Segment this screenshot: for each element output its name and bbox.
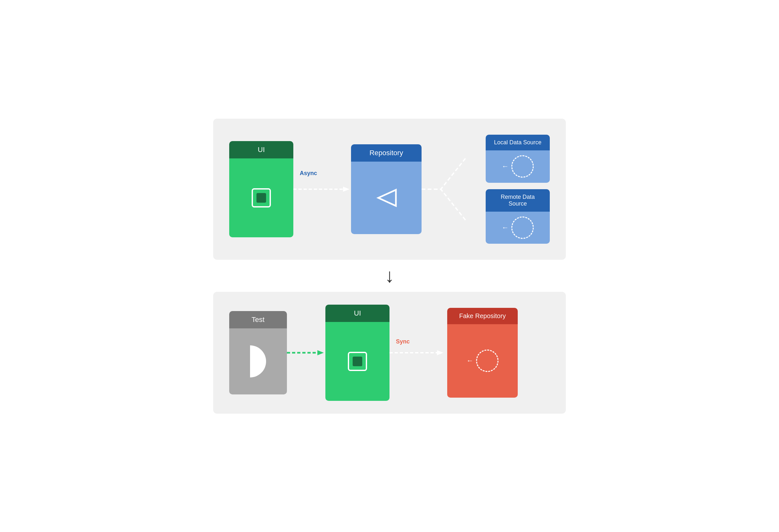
async-label: Async: [300, 170, 317, 177]
fake-repo-header: Fake Repository: [447, 308, 518, 324]
connector-repo-ds: [422, 131, 486, 247]
fake-repo-box: Fake Repository ←: [447, 308, 518, 398]
svg-marker-4: [317, 350, 324, 355]
local-ds-arrow: ←: [502, 162, 509, 171]
fake-repo-arrow: ←: [467, 357, 474, 365]
fake-repo-circle: [476, 350, 498, 372]
top-content: UI Async Repository: [229, 131, 550, 247]
local-ds-circle: [511, 155, 534, 178]
bottom-ui-square-inner: [353, 357, 362, 366]
local-ds-arrow-container: ←: [502, 155, 534, 178]
remote-ds-header: Remote Data Source: [486, 189, 550, 212]
test-ui-line: [287, 346, 325, 359]
bottom-ui-box-body: [325, 322, 390, 401]
repo-box-body: [351, 162, 422, 234]
svg-marker-2: [378, 190, 396, 206]
ds-column: Local Data Source ← Remote Data Source ←: [486, 135, 550, 244]
branch-lines: [422, 131, 486, 247]
bottom-content: Test UI: [229, 305, 550, 401]
connector-ui-repo: Async: [293, 141, 351, 237]
repo-box: Repository: [351, 144, 422, 234]
down-arrow: ↓: [385, 266, 394, 285]
test-box-header: Test: [229, 311, 287, 329]
test-box: Test: [229, 311, 287, 395]
async-line: [293, 180, 351, 199]
fake-repo-body: ←: [447, 324, 518, 398]
repo-box-header: Repository: [351, 144, 422, 162]
bottom-ui-square-icon: [348, 352, 367, 371]
remote-ds-arrow-container: ←: [502, 217, 534, 239]
ui-box-body: [229, 159, 293, 237]
main-wrapper: UI Async Repository: [213, 119, 566, 414]
fake-repo-arrow-container: ←: [467, 350, 498, 372]
remote-ds-body: ←: [486, 212, 550, 244]
bottom-ui-box-header: UI: [325, 305, 390, 322]
bottom-ui-box: UI: [325, 305, 390, 401]
local-ds-body: ←: [486, 151, 550, 183]
ui-square-icon: [252, 188, 271, 208]
top-diagram: UI Async Repository: [213, 119, 566, 260]
remote-ds-circle: [511, 217, 534, 239]
repo-triangle-icon: [375, 187, 398, 209]
remote-ds-arrow: ←: [502, 224, 509, 232]
bottom-diagram: Test UI: [213, 292, 566, 414]
connector-ui-fakerepo: Sync: [390, 308, 447, 398]
local-ds-header: Local Data Source: [486, 135, 550, 151]
test-half-circle-icon: [250, 345, 266, 377]
test-box-body: [229, 329, 287, 395]
sync-line: [390, 343, 447, 362]
remote-ds-box: Remote Data Source ←: [486, 189, 550, 244]
svg-marker-6: [437, 350, 443, 355]
local-ds-box: Local Data Source ←: [486, 135, 550, 183]
connector-test-ui: [287, 311, 325, 395]
svg-marker-1: [343, 187, 349, 192]
ui-box: UI: [229, 141, 293, 237]
ui-box-header: UI: [229, 141, 293, 159]
ui-square-inner: [256, 193, 266, 203]
